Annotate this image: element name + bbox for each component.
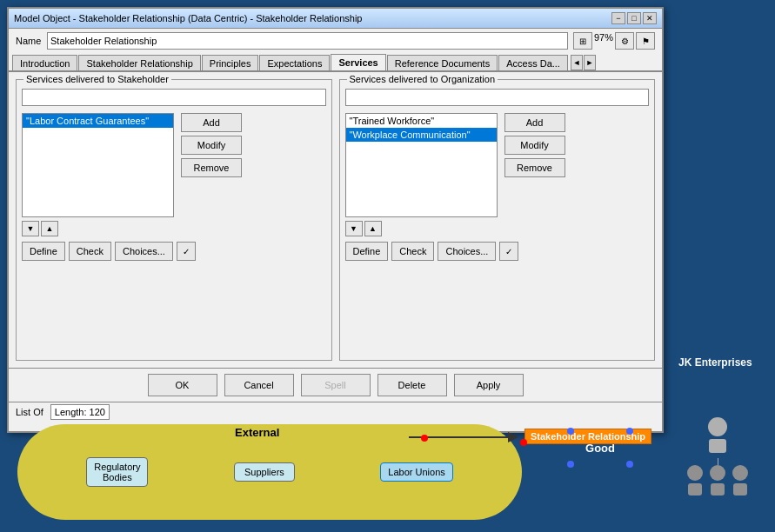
tab-stakeholder[interactable]: Stakeholder Relationship (78, 55, 200, 71)
organization-list-item-1[interactable]: "Trained Workforce" (346, 114, 497, 128)
labor-union-connector-dot (421, 435, 428, 442)
tab-expectations[interactable]: Expectations (259, 55, 330, 71)
dot-bl (567, 461, 574, 468)
name-controls: ⊞ 97% ⚙ ⚑ (573, 32, 655, 50)
apply-button[interactable]: Apply (454, 374, 524, 396)
title-controls: − □ ✕ (611, 12, 657, 24)
title-bar: Model Object - Stakeholder Relationship … (9, 9, 662, 29)
tab-scroll-right[interactable]: ► (584, 55, 596, 70)
stakeholder-scroll-down[interactable]: ▼ (22, 221, 39, 236)
organization-list-col: "Trained Workforce" "Workplace Communica… (345, 113, 498, 236)
stakeholder-define-button[interactable]: Define (22, 242, 65, 261)
stakeholder-remove-button[interactable]: Remove (181, 158, 242, 177)
stakeholder-panel: Services delivered to Stakeholder "Labor… (16, 79, 332, 361)
organization-define-button[interactable]: Define (345, 242, 389, 261)
tab-reference[interactable]: Reference Documents (387, 55, 498, 71)
stakeholder-scroll-up[interactable]: ▲ (41, 221, 58, 236)
zoom-label: 97% (594, 32, 613, 50)
length-field: Length: 120 (50, 404, 110, 420)
organization-modify-button[interactable]: Modify (504, 136, 565, 155)
organization-check-button[interactable]: Check (391, 242, 434, 261)
organization-list-item-2[interactable]: "Workplace Communication" (346, 128, 497, 142)
stakeholder-list[interactable]: "Labor Contract Guarantees" (22, 113, 174, 217)
stakeholder-check-button[interactable]: Check (69, 242, 111, 261)
tab-scroll-left[interactable]: ◄ (571, 55, 583, 70)
tab-introduction[interactable]: Introduction (12, 55, 77, 71)
organization-remove-button[interactable]: Remove (504, 158, 565, 177)
organization-footer: Define Check Choices... ✓ (345, 242, 650, 261)
close-button[interactable]: ✕ (643, 12, 657, 24)
delete-button[interactable]: Delete (377, 374, 447, 396)
ok-button[interactable]: OK (148, 374, 217, 396)
organization-check-icon: ✓ (499, 242, 518, 261)
stakeholder-check-icon: ✓ (177, 242, 196, 261)
organization-list[interactable]: "Trained Workforce" "Workplace Communica… (345, 113, 498, 217)
stakeholder-add-button[interactable]: Add (181, 113, 242, 132)
suppliers-box: Suppliers (234, 462, 295, 482)
good-label: Good (585, 442, 615, 455)
stakeholder-buttons: Add Modify Remove (181, 113, 242, 236)
bottom-bar: OK Cancel Spell Delete Apply (9, 368, 662, 402)
regulatory-bodies-box: RegulatoryBodies (86, 457, 148, 487)
organization-panel: Services delivered to Organization "Trai… (339, 79, 656, 361)
expand-button[interactable]: ⊞ (573, 32, 592, 50)
dialog-window: Model Object - Stakeholder Relationship … (7, 7, 664, 433)
cancel-button[interactable]: Cancel (224, 374, 294, 396)
external-label: External (235, 426, 279, 439)
list-of-label: List Of (16, 407, 43, 417)
org-chart (687, 417, 748, 495)
tab-strip: Introduction Stakeholder Relationship Pr… (9, 53, 662, 72)
name-input[interactable] (47, 32, 568, 50)
stakeholder-list-item[interactable]: "Labor Contract Guarantees" (23, 114, 173, 128)
spell-button[interactable]: Spell (301, 374, 371, 396)
tab-scroll: ◄ ► (571, 55, 596, 70)
name-row: Name ⊞ 97% ⚙ ⚑ (9, 29, 662, 53)
length-value: Length: 120 (55, 407, 105, 417)
flag-button[interactable]: ⚑ (636, 32, 655, 50)
labor-unions-box: Labor Unions (380, 462, 452, 482)
stakeholder-panel-body: "Labor Contract Guarantees" ▼ ▲ Add Modi… (22, 113, 326, 236)
organization-legend: Services delivered to Organization (347, 74, 498, 84)
organization-scroll-up[interactable]: ▲ (364, 221, 382, 236)
organization-panel-body: "Trained Workforce" "Workplace Communica… (345, 113, 650, 236)
dot-tl (567, 428, 574, 435)
stakeholder-choices-button[interactable]: Choices... (115, 242, 173, 261)
settings-button[interactable]: ⚙ (615, 32, 634, 50)
name-label: Name (16, 36, 42, 46)
dot-tr (626, 428, 633, 435)
title-text: Model Object - Stakeholder Relationship … (14, 13, 362, 23)
organization-search-input[interactable] (345, 89, 650, 106)
tab-access[interactable]: Access Da... (498, 55, 568, 71)
dot-br (626, 461, 633, 468)
organization-scroll-down[interactable]: ▼ (345, 221, 363, 236)
tab-principles[interactable]: Principles (202, 55, 259, 71)
stakeholder-legend: Services delivered to Stakeholder (23, 74, 171, 84)
stakeholder-search-input[interactable] (22, 89, 326, 106)
tab-services[interactable]: Services (331, 54, 385, 71)
stakeholder-list-col: "Labor Contract Guarantees" ▼ ▲ (22, 113, 174, 236)
stakeholder-modify-button[interactable]: Modify (181, 136, 242, 155)
organization-add-button[interactable]: Add (504, 113, 565, 132)
status-bar: List Of Length: 120 (9, 402, 662, 422)
jk-enterprises-label: JK Enterprises (678, 356, 752, 369)
content-area: Services delivered to Stakeholder "Labor… (9, 72, 662, 368)
good-area: Good (565, 426, 635, 469)
organization-buttons: Add Modify Remove (504, 113, 565, 236)
minimize-button[interactable]: − (611, 12, 625, 24)
organization-choices-button[interactable]: Choices... (438, 242, 496, 261)
stakeholder-footer: Define Check Choices... ✓ (22, 242, 326, 261)
restore-button[interactable]: □ (627, 12, 641, 24)
